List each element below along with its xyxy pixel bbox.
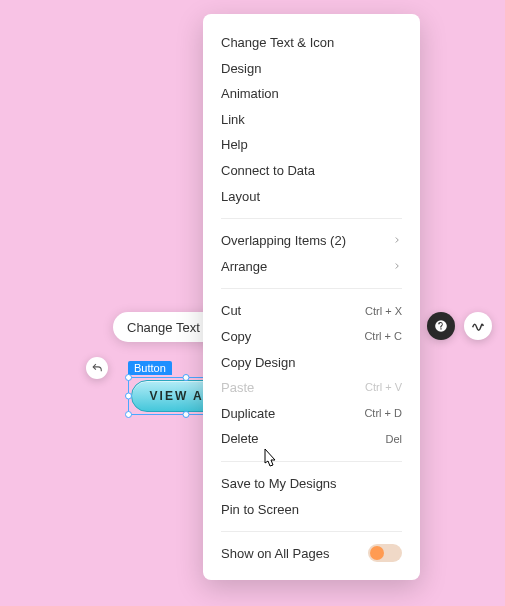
menu-connect-to-data[interactable]: Connect to Data: [203, 158, 420, 184]
chevron-right-icon: [392, 259, 402, 275]
menu-overlapping-items[interactable]: Overlapping Items (2): [203, 228, 420, 254]
resize-handle[interactable]: [125, 411, 132, 418]
menu-duplicate[interactable]: DuplicateCtrl + D: [203, 401, 420, 427]
menu-delete[interactable]: DeleteDel: [203, 426, 420, 452]
menu-copy[interactable]: CopyCtrl + C: [203, 324, 420, 350]
animation-button[interactable]: [464, 312, 492, 340]
menu-separator: [221, 531, 402, 532]
resize-handle[interactable]: [125, 374, 132, 381]
menu-separator: [221, 218, 402, 219]
resize-handle[interactable]: [183, 374, 190, 381]
editor-canvas[interactable]: Change Text Button VIEW ALL: [0, 0, 505, 606]
menu-change-text-icon[interactable]: Change Text & Icon: [203, 30, 420, 56]
menu-paste: PasteCtrl + V: [203, 375, 420, 401]
shortcut: Ctrl + V: [365, 381, 402, 394]
shortcut: Ctrl + C: [364, 330, 402, 343]
resize-handle[interactable]: [125, 393, 132, 400]
menu-design[interactable]: Design: [203, 56, 420, 82]
menu-arrange[interactable]: Arrange: [203, 254, 420, 280]
toggle-switch[interactable]: [368, 544, 402, 562]
question-icon: [434, 319, 448, 333]
menu-copy-design[interactable]: Copy Design: [203, 350, 420, 376]
wave-icon: [470, 318, 486, 334]
context-menu: Change Text & Icon Design Animation Link…: [203, 14, 420, 580]
change-text-button[interactable]: Change Text: [127, 320, 200, 335]
shortcut: Ctrl + X: [365, 305, 402, 318]
menu-cut[interactable]: CutCtrl + X: [203, 298, 420, 324]
menu-save-to-my-designs[interactable]: Save to My Designs: [203, 471, 420, 497]
menu-show-on-all-pages[interactable]: Show on All Pages: [203, 541, 420, 562]
selection-type-label: Button: [128, 361, 172, 375]
shortcut: Ctrl + D: [364, 407, 402, 420]
chevron-right-icon: [392, 233, 402, 249]
menu-link[interactable]: Link: [203, 107, 420, 133]
menu-separator: [221, 461, 402, 462]
shortcut: Del: [385, 433, 402, 446]
toggle-knob: [370, 546, 384, 560]
undo-icon: [91, 362, 104, 375]
menu-layout[interactable]: Layout: [203, 184, 420, 210]
undo-button[interactable]: [86, 357, 108, 379]
menu-pin-to-screen[interactable]: Pin to Screen: [203, 497, 420, 523]
resize-handle[interactable]: [183, 411, 190, 418]
help-button[interactable]: [427, 312, 455, 340]
menu-separator: [221, 288, 402, 289]
menu-animation[interactable]: Animation: [203, 81, 420, 107]
menu-help[interactable]: Help: [203, 132, 420, 158]
